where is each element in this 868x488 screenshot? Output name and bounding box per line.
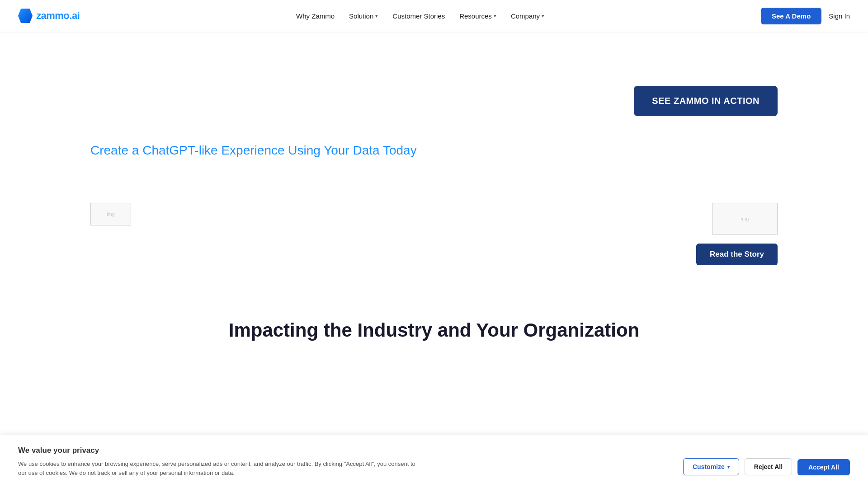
logo-text: zammo.ai bbox=[36, 10, 80, 22]
logo[interactable]: zammo.ai bbox=[18, 9, 80, 23]
nav-why-zammo[interactable]: Why Zammo bbox=[296, 12, 335, 20]
hero-tagline: Create a ChatGPT-like Experience Using Y… bbox=[90, 143, 417, 158]
impact-title: Impacting the Industry and Your Organiza… bbox=[90, 319, 778, 341]
story-section: img img Read the Story bbox=[0, 185, 868, 292]
main-content: SEE ZAMMO IN ACTION Create a ChatGPT-lik… bbox=[0, 32, 868, 488]
header-actions: See A Demo Sign In bbox=[761, 8, 850, 24]
customize-chevron-icon: ▾ bbox=[727, 465, 730, 469]
logo-text-prefix: zammo bbox=[36, 10, 69, 21]
solution-dropdown-icon: ▾ bbox=[375, 13, 378, 19]
nav-resources[interactable]: Resources ▾ bbox=[459, 12, 496, 20]
nav-company[interactable]: Company ▾ bbox=[511, 12, 544, 20]
nav-solution[interactable]: Solution ▾ bbox=[349, 12, 378, 20]
nav-customer-stories[interactable]: Customer Stories bbox=[392, 12, 445, 20]
cookie-text: We use cookies to enhance your browsing … bbox=[18, 460, 425, 477]
impact-section: Impacting the Industry and Your Organiza… bbox=[0, 292, 868, 359]
site-header: zammo.ai Why Zammo Solution ▾ Customer S… bbox=[0, 0, 868, 32]
see-a-demo-button[interactable]: See A Demo bbox=[761, 8, 821, 24]
main-nav: Why Zammo Solution ▾ Customer Stories Re… bbox=[296, 12, 544, 20]
story-logo-left: img bbox=[90, 203, 131, 225]
cookie-actions: Customize ▾ Reject All Accept All bbox=[683, 458, 850, 475]
read-the-story-button[interactable]: Read the Story bbox=[696, 244, 778, 265]
zammo-logo-icon bbox=[18, 9, 33, 23]
sign-in-button[interactable]: Sign In bbox=[829, 12, 850, 20]
cookie-banner: We value your privacy We use cookies to … bbox=[0, 435, 868, 488]
customize-button[interactable]: Customize ▾ bbox=[683, 458, 739, 475]
cookie-title: We value your privacy bbox=[18, 446, 850, 455]
company-dropdown-icon: ▾ bbox=[542, 13, 544, 19]
reject-all-button[interactable]: Reject All bbox=[745, 458, 792, 475]
story-logo-right: img bbox=[712, 203, 778, 235]
see-zammo-in-action-button[interactable]: SEE ZAMMO IN ACTION bbox=[634, 86, 778, 116]
accept-all-button[interactable]: Accept All bbox=[797, 459, 850, 475]
hero-section: SEE ZAMMO IN ACTION Create a ChatGPT-lik… bbox=[0, 32, 868, 185]
resources-dropdown-icon: ▾ bbox=[494, 13, 496, 19]
